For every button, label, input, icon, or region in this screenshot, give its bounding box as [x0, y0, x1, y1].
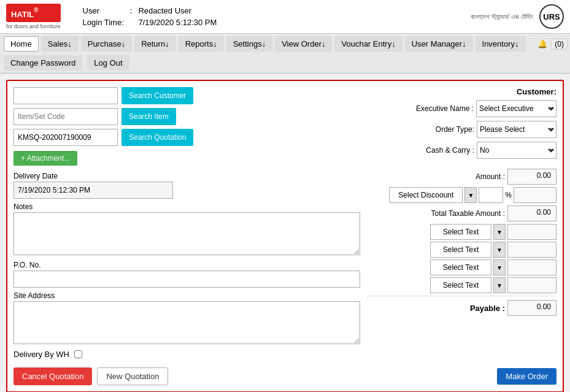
- nav-return[interactable]: Return↓: [134, 36, 176, 52]
- nav-purchase[interactable]: Purchase↓: [81, 36, 132, 52]
- amount-label: Amount :: [476, 172, 505, 181]
- discount-select-button[interactable]: Select Discoount: [389, 187, 463, 203]
- select-text-value-1: [507, 224, 557, 240]
- nav-settings[interactable]: Settings↓: [226, 36, 272, 52]
- select-text-button-3[interactable]: Select Text: [430, 259, 491, 275]
- delivery-by-wh-label: Delivery By WH: [13, 350, 69, 359]
- nav-home[interactable]: Home: [4, 36, 39, 52]
- bell-icon: 🔔: [537, 39, 547, 48]
- delivery-date-input[interactable]: [13, 182, 173, 199]
- select-text-value-4: [507, 277, 557, 293]
- nav-inventory[interactable]: Inventory↓: [476, 36, 526, 52]
- select-text-chevron-3[interactable]: ▼: [493, 259, 506, 275]
- site-address-textarea[interactable]: [13, 301, 360, 344]
- search-quotation-row: Search Quotation: [13, 129, 360, 146]
- select-text-button-4[interactable]: Select Text: [430, 277, 491, 293]
- total-taxable-value: 0.00: [507, 206, 557, 221]
- payable-label: Payable :: [470, 304, 505, 313]
- login-time: 7/19/2020 5:12:30 PM: [136, 17, 219, 28]
- delivery-by-wh-checkbox[interactable]: [74, 350, 82, 358]
- nav-vouchar-entry[interactable]: Vouchar Entry↓: [334, 36, 402, 52]
- item-code-input[interactable]: [13, 108, 118, 125]
- po-no-label: P.O. No.: [13, 261, 360, 269]
- left-panel: Search Customer Search Item Search Quota…: [13, 87, 360, 359]
- search-item-button[interactable]: Search Item: [121, 108, 176, 125]
- search-customer-row: Search Customer: [13, 87, 360, 104]
- select-text-value-2: [507, 242, 557, 258]
- discount-value: [514, 187, 557, 203]
- search-customer-button[interactable]: Search Customer: [121, 87, 193, 104]
- cancel-quotation-button[interactable]: Cancel Quotation: [13, 367, 92, 385]
- amount-value: 0.00: [507, 169, 557, 185]
- discount-chevron-icon[interactable]: ▼: [464, 187, 477, 203]
- order-type-label: Order Type:: [436, 125, 474, 134]
- nav-view-order[interactable]: View Order↓: [275, 36, 332, 52]
- po-no-row: P.O. No.: [13, 261, 360, 288]
- order-type-select[interactable]: Please Select: [477, 121, 557, 138]
- user-info: User : Redacted User Login Time: 7/19/20…: [79, 4, 221, 29]
- payable-value: 0.00: [507, 300, 557, 316]
- order-type-row: Order Type: Please Select: [366, 121, 557, 138]
- discount-percent-input[interactable]: [479, 187, 503, 203]
- customer-input[interactable]: [13, 87, 118, 104]
- select-text-value-3: [507, 259, 557, 275]
- delivery-by-wh-row: Delivery By WH: [13, 350, 360, 359]
- make-order-button[interactable]: Make Order: [497, 368, 557, 385]
- delivery-date-row: Delivery Date: [13, 172, 360, 199]
- select-text-row-3: Select Text ▼: [366, 259, 557, 275]
- right-panel: Customer: Executive Name : Select Execut…: [366, 87, 557, 359]
- quotation-input[interactable]: [13, 129, 118, 146]
- nav-sales[interactable]: Sales↓: [41, 36, 79, 52]
- total-taxable-row: Total Taxable Amount : 0.00: [366, 206, 557, 221]
- user-value: Redacted User: [136, 6, 219, 16]
- cash-carry-row: Cash & Carry : No: [366, 142, 557, 159]
- bell-count: (0): [551, 39, 568, 50]
- bangla-text: বাংলাদেশ স্ট্যান্ডার্ড এবং টেস্টিং: [471, 13, 533, 21]
- new-quotation-button[interactable]: New Quotation: [97, 367, 168, 385]
- cash-carry-select[interactable]: No: [477, 142, 557, 159]
- logo-subtitle: for doors and furniture: [6, 23, 61, 29]
- site-address-row: Site Address: [13, 291, 360, 346]
- logo-reg: ®: [34, 7, 38, 13]
- site-address-label: Site Address: [13, 291, 360, 300]
- select-text-button-1[interactable]: Select Text: [430, 224, 491, 240]
- nav-user-manager[interactable]: User Manager↓: [405, 36, 473, 52]
- notes-row: Notes: [13, 202, 360, 257]
- po-no-input[interactable]: [13, 271, 360, 288]
- nav-change-password[interactable]: Change Password: [4, 55, 82, 71]
- total-taxable-label: Total Taxable Amount :: [431, 209, 505, 218]
- main-panel: Search Customer Search Item Search Quota…: [6, 80, 564, 392]
- search-item-row: Search Item: [13, 108, 360, 125]
- cash-carry-label: Cash & Carry :: [426, 146, 474, 155]
- delivery-date-label: Delivery Date: [13, 172, 360, 180]
- percent-label: %: [505, 191, 512, 199]
- select-text-button-2[interactable]: Select Text: [430, 242, 491, 258]
- login-label: Login Time:: [80, 17, 126, 28]
- select-text-chevron-4[interactable]: ▼: [493, 277, 506, 293]
- search-quotation-button[interactable]: Search Quotation: [121, 129, 193, 146]
- discount-row: Select Discoount ▼ %: [366, 187, 557, 203]
- urs-badge: URS: [539, 4, 564, 29]
- payable-row: Payable : 0.00: [366, 296, 557, 316]
- customer-section-label: Customer:: [366, 87, 557, 96]
- navbar: Home Sales↓ Purchase↓ Return↓ Reports↓ S…: [0, 34, 570, 74]
- notes-label: Notes: [13, 202, 360, 211]
- select-text-chevron-1[interactable]: ▼: [493, 224, 506, 240]
- logo: HATIL®: [6, 4, 61, 22]
- executive-name-select[interactable]: Select Executive: [476, 100, 557, 117]
- logo-text: HATIL: [11, 10, 34, 19]
- nav-logout[interactable]: Log Out: [87, 55, 129, 71]
- nav-reports[interactable]: Reports↓: [179, 36, 224, 52]
- select-text-chevron-2[interactable]: ▼: [493, 242, 506, 258]
- user-label: User: [80, 6, 126, 16]
- select-text-row-2: Select Text ▼: [366, 242, 557, 258]
- select-text-row-4: Select Text ▼: [366, 277, 557, 293]
- attachment-button[interactable]: + Attachment...: [13, 151, 77, 166]
- executive-name-label: Executive Name :: [416, 104, 474, 113]
- executive-name-row: Executive Name : Select Executive: [366, 100, 557, 117]
- notes-textarea[interactable]: [13, 212, 360, 255]
- bottom-buttons: Cancel Quotation New Quotation Make Orde…: [13, 367, 557, 385]
- select-text-row-1: Select Text ▼: [366, 224, 557, 240]
- amount-row: Amount : 0.00: [366, 169, 557, 185]
